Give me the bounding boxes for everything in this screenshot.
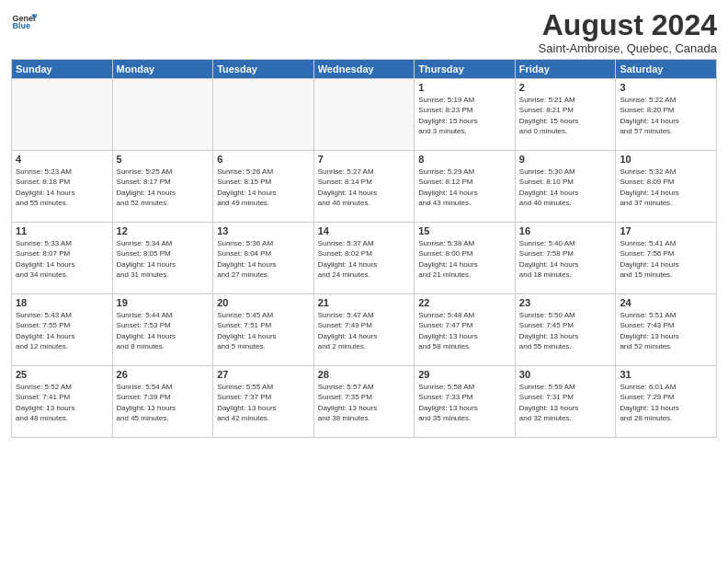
calendar-cell-1-0: 4Sunrise: 5:23 AM Sunset: 8:18 PM Daylig… [12,151,113,223]
calendar-cell-3-5: 23Sunrise: 5:50 AM Sunset: 7:45 PM Dayli… [515,294,616,366]
day-info: Sunrise: 5:54 AM Sunset: 7:39 PM Dayligh… [117,382,210,423]
month-title: August 2024 [539,9,717,41]
calendar-cell-1-4: 8Sunrise: 5:29 AM Sunset: 8:12 PM Daylig… [415,151,516,223]
day-number: 31 [620,369,712,380]
day-number: 11 [16,225,108,236]
calendar-cell-4-6: 31Sunrise: 6:01 AM Sunset: 7:29 PM Dayli… [616,366,717,438]
header-monday: Monday [112,60,213,79]
calendar-cell-0-1 [112,79,213,151]
header-friday: Friday [515,60,616,79]
day-number: 17 [620,225,712,236]
header: General Blue August 2024 Saint-Ambroise,… [11,9,717,55]
day-info: Sunrise: 5:41 AM Sunset: 7:56 PM Dayligh… [620,238,712,280]
calendar-cell-4-1: 26Sunrise: 5:54 AM Sunset: 7:39 PM Dayli… [112,366,213,438]
day-number: 14 [318,225,411,236]
day-number: 18 [16,297,108,308]
day-info: Sunrise: 5:43 AM Sunset: 7:55 PM Dayligh… [16,310,108,351]
calendar-cell-3-3: 21Sunrise: 5:47 AM Sunset: 7:49 PM Dayli… [313,294,415,366]
day-info: Sunrise: 5:48 AM Sunset: 7:47 PM Dayligh… [418,310,511,351]
calendar-cell-3-6: 24Sunrise: 5:51 AM Sunset: 7:43 PM Dayli… [616,294,717,366]
week-row-3: 11Sunrise: 5:33 AM Sunset: 8:07 PM Dayli… [12,223,717,294]
calendar-cell-0-2 [213,79,314,151]
day-number: 25 [16,369,108,380]
day-info: Sunrise: 5:59 AM Sunset: 7:31 PM Dayligh… [519,382,612,423]
calendar-cell-4-0: 25Sunrise: 5:52 AM Sunset: 7:41 PM Dayli… [12,366,113,438]
subtitle: Saint-Ambroise, Quebec, Canada [539,41,717,55]
day-info: Sunrise: 6:01 AM Sunset: 7:29 PM Dayligh… [620,382,712,423]
week-row-4: 18Sunrise: 5:43 AM Sunset: 7:55 PM Dayli… [12,294,717,366]
day-number: 22 [418,297,511,308]
day-info: Sunrise: 5:57 AM Sunset: 7:35 PM Dayligh… [318,382,411,423]
day-info: Sunrise: 5:47 AM Sunset: 7:49 PM Dayligh… [318,310,411,351]
day-number: 28 [318,369,411,380]
day-number: 27 [217,369,310,380]
header-saturday: Saturday [616,60,717,79]
title-section: August 2024 Saint-Ambroise, Quebec, Cana… [539,9,717,55]
day-info: Sunrise: 5:34 AM Sunset: 8:05 PM Dayligh… [117,238,210,280]
calendar-cell-1-5: 9Sunrise: 5:30 AM Sunset: 8:10 PM Daylig… [515,151,616,223]
day-info: Sunrise: 5:19 AM Sunset: 8:23 PM Dayligh… [418,95,511,136]
page-container: General Blue August 2024 Saint-Ambroise,… [0,0,728,447]
day-info: Sunrise: 5:52 AM Sunset: 7:41 PM Dayligh… [16,382,108,423]
day-info: Sunrise: 5:40 AM Sunset: 7:58 PM Dayligh… [519,238,612,280]
day-number: 2 [519,82,612,93]
calendar-cell-2-6: 17Sunrise: 5:41 AM Sunset: 7:56 PM Dayli… [616,223,717,294]
week-row-1: 1Sunrise: 5:19 AM Sunset: 8:23 PM Daylig… [12,79,717,151]
calendar-cell-1-3: 7Sunrise: 5:27 AM Sunset: 8:14 PM Daylig… [313,151,415,223]
day-info: Sunrise: 5:37 AM Sunset: 8:02 PM Dayligh… [318,238,411,280]
calendar-cell-2-2: 13Sunrise: 5:36 AM Sunset: 8:04 PM Dayli… [213,223,314,294]
calendar-cell-3-4: 22Sunrise: 5:48 AM Sunset: 7:47 PM Dayli… [415,294,516,366]
header-thursday: Thursday [415,60,516,79]
day-number: 9 [519,154,612,165]
day-number: 15 [418,225,511,236]
calendar-cell-2-4: 15Sunrise: 5:38 AM Sunset: 8:00 PM Dayli… [415,223,516,294]
day-info: Sunrise: 5:23 AM Sunset: 8:18 PM Dayligh… [16,167,108,208]
day-number: 6 [217,154,310,165]
day-info: Sunrise: 5:50 AM Sunset: 7:45 PM Dayligh… [519,310,612,351]
calendar-cell-2-5: 16Sunrise: 5:40 AM Sunset: 7:58 PM Dayli… [515,223,616,294]
day-info: Sunrise: 5:22 AM Sunset: 8:20 PM Dayligh… [620,95,712,136]
calendar-cell-3-0: 18Sunrise: 5:43 AM Sunset: 7:55 PM Dayli… [12,294,113,366]
day-number: 29 [418,369,511,380]
day-number: 4 [16,154,108,165]
day-number: 23 [519,297,612,308]
calendar-cell-3-2: 20Sunrise: 5:45 AM Sunset: 7:51 PM Dayli… [213,294,314,366]
calendar-cell-4-3: 28Sunrise: 5:57 AM Sunset: 7:35 PM Dayli… [313,366,415,438]
day-info: Sunrise: 5:29 AM Sunset: 8:12 PM Dayligh… [418,167,511,208]
day-info: Sunrise: 5:26 AM Sunset: 8:15 PM Dayligh… [217,167,310,208]
day-number: 8 [418,154,511,165]
day-number: 5 [117,154,210,165]
day-number: 16 [519,225,612,236]
week-row-2: 4Sunrise: 5:23 AM Sunset: 8:18 PM Daylig… [12,151,717,223]
days-header-row: Sunday Monday Tuesday Wednesday Thursday… [12,60,717,79]
header-sunday: Sunday [12,60,113,79]
calendar-cell-4-2: 27Sunrise: 5:55 AM Sunset: 7:37 PM Dayli… [213,366,314,438]
calendar-cell-0-4: 1Sunrise: 5:19 AM Sunset: 8:23 PM Daylig… [415,79,516,151]
day-info: Sunrise: 5:36 AM Sunset: 8:04 PM Dayligh… [217,238,310,280]
calendar-cell-3-1: 19Sunrise: 5:44 AM Sunset: 7:53 PM Dayli… [112,294,213,366]
calendar-cell-1-2: 6Sunrise: 5:26 AM Sunset: 8:15 PM Daylig… [213,151,314,223]
day-number: 3 [620,82,712,93]
calendar-cell-2-3: 14Sunrise: 5:37 AM Sunset: 8:02 PM Dayli… [313,223,415,294]
day-info: Sunrise: 5:55 AM Sunset: 7:37 PM Dayligh… [217,382,310,423]
day-number: 1 [418,82,511,93]
day-number: 26 [117,369,210,380]
day-number: 12 [117,225,210,236]
day-info: Sunrise: 5:45 AM Sunset: 7:51 PM Dayligh… [217,310,310,351]
day-info: Sunrise: 5:58 AM Sunset: 7:33 PM Dayligh… [418,382,511,423]
day-number: 24 [620,297,712,308]
day-info: Sunrise: 5:32 AM Sunset: 8:09 PM Dayligh… [620,167,712,208]
day-info: Sunrise: 5:30 AM Sunset: 8:10 PM Dayligh… [519,167,612,208]
calendar-cell-0-3 [313,79,415,151]
logo: General Blue [11,9,37,35]
day-info: Sunrise: 5:21 AM Sunset: 8:21 PM Dayligh… [519,95,612,136]
header-tuesday: Tuesday [213,60,314,79]
day-info: Sunrise: 5:33 AM Sunset: 8:07 PM Dayligh… [16,238,108,280]
calendar-cell-2-0: 11Sunrise: 5:33 AM Sunset: 8:07 PM Dayli… [12,223,113,294]
day-number: 19 [117,297,210,308]
calendar-cell-1-6: 10Sunrise: 5:32 AM Sunset: 8:09 PM Dayli… [616,151,717,223]
calendar-table: Sunday Monday Tuesday Wednesday Thursday… [11,59,717,438]
calendar-cell-2-1: 12Sunrise: 5:34 AM Sunset: 8:05 PM Dayli… [112,223,213,294]
day-number: 20 [217,297,310,308]
calendar-cell-4-5: 30Sunrise: 5:59 AM Sunset: 7:31 PM Dayli… [515,366,616,438]
